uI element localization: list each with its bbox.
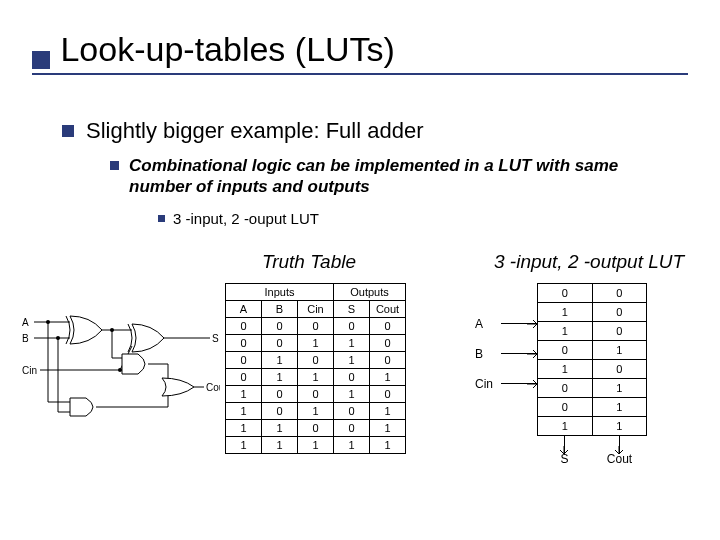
truth-cell: 0 (262, 335, 298, 352)
truth-cell: 0 (370, 318, 406, 335)
truth-header: A (226, 301, 262, 318)
lut-input-label: A (475, 317, 503, 331)
bullet-icon (62, 125, 74, 137)
lut-table: 0010100110010111 S Cout (537, 283, 647, 436)
truth-cell: 1 (370, 403, 406, 420)
full-adder-circuit-diagram: A B Cin S Cout (20, 312, 220, 442)
truth-cell: 0 (334, 369, 370, 386)
truth-cell: 0 (298, 352, 334, 369)
truth-cell: 1 (298, 403, 334, 420)
bullet-1-text: Slightly bigger example: Full adder (86, 118, 424, 144)
bullet-2-text: Combinational logic can be implemented i… (129, 155, 670, 198)
truth-cell: 1 (334, 352, 370, 369)
title-accent-square (32, 51, 50, 69)
truth-table: Inputs Outputs A B Cin S Cout 0000000110… (225, 283, 406, 454)
truth-cell: 0 (226, 369, 262, 386)
lut-diagram: A B Cin 0010100110010111 S Cout (475, 283, 695, 436)
truth-cell: 0 (226, 318, 262, 335)
truth-cell: 1 (298, 335, 334, 352)
bullet-icon (158, 215, 165, 222)
truth-header: B (262, 301, 298, 318)
lut-cell: 1 (538, 417, 593, 436)
truth-cell: 0 (334, 318, 370, 335)
bullet-level-3: 3 -input, 2 -ouput LUT (158, 210, 319, 227)
lut-input-label: B (475, 347, 503, 361)
truth-cell: 1 (226, 420, 262, 437)
bullet-level-1: Slightly bigger example: Full adder (62, 118, 424, 144)
lut-output-label: Cout (592, 452, 647, 466)
truth-cell: 0 (262, 386, 298, 403)
truth-cell: 1 (262, 369, 298, 386)
bullet-3-text: 3 -input, 2 -ouput LUT (173, 210, 319, 227)
truth-header: Cin (298, 301, 334, 318)
circuit-label-a: A (22, 317, 29, 328)
truth-cell: 1 (262, 420, 298, 437)
slide-title: Look-up-tables (LUTs) (60, 30, 394, 69)
truth-cell: 0 (298, 386, 334, 403)
lut-cell: 0 (592, 284, 647, 303)
truth-cell: 1 (262, 352, 298, 369)
lut-cell: 0 (538, 379, 593, 398)
circuit-label-s: S (212, 333, 219, 344)
circuit-label-cin: Cin (22, 365, 37, 376)
truth-group-outputs: Outputs (334, 284, 406, 301)
truth-cell: 1 (226, 437, 262, 454)
truth-table-caption: Truth Table (262, 251, 356, 273)
lut-caption: 3 -input, 2 -output LUT (494, 251, 684, 273)
truth-cell: 1 (370, 369, 406, 386)
truth-cell: 0 (226, 352, 262, 369)
bullet-level-2: Combinational logic can be implemented i… (110, 155, 670, 198)
truth-cell: 0 (226, 335, 262, 352)
truth-cell: 0 (262, 403, 298, 420)
truth-cell: 1 (370, 437, 406, 454)
truth-cell: 1 (262, 437, 298, 454)
truth-cell: 1 (298, 369, 334, 386)
lut-cell: 0 (592, 360, 647, 379)
truth-cell: 0 (298, 318, 334, 335)
bullet-icon (110, 161, 119, 170)
lut-cell: 0 (538, 341, 593, 360)
lut-cell: 1 (592, 379, 647, 398)
lut-cell: 1 (592, 398, 647, 417)
lut-cell: 1 (538, 360, 593, 379)
truth-cell: 0 (370, 386, 406, 403)
truth-cell: 0 (370, 335, 406, 352)
lut-output-label: S (537, 452, 592, 466)
truth-cell: 1 (334, 386, 370, 403)
truth-cell: 0 (334, 420, 370, 437)
lut-cell: 1 (592, 417, 647, 436)
truth-header: Cout (370, 301, 406, 318)
truth-cell: 1 (298, 437, 334, 454)
truth-cell: 0 (262, 318, 298, 335)
truth-cell: 0 (298, 420, 334, 437)
truth-cell: 1 (226, 386, 262, 403)
truth-cell: 0 (334, 403, 370, 420)
lut-input-label: Cin (475, 377, 503, 391)
truth-cell: 0 (370, 352, 406, 369)
lut-cell: 1 (538, 322, 593, 341)
truth-cell: 1 (334, 335, 370, 352)
circuit-label-cout: Cout (206, 382, 220, 393)
lut-cell: 0 (592, 322, 647, 341)
title-bar: Look-up-tables (LUTs) (32, 30, 688, 75)
truth-cell: 1 (334, 437, 370, 454)
truth-cell: 1 (226, 403, 262, 420)
lut-cell: 1 (592, 341, 647, 360)
lut-cell: 0 (538, 398, 593, 417)
circuit-label-b: B (22, 333, 29, 344)
truth-group-inputs: Inputs (226, 284, 334, 301)
lut-cell: 0 (592, 303, 647, 322)
lut-cell: 1 (538, 303, 593, 322)
truth-header: S (334, 301, 370, 318)
lut-cell: 0 (538, 284, 593, 303)
truth-cell: 1 (370, 420, 406, 437)
